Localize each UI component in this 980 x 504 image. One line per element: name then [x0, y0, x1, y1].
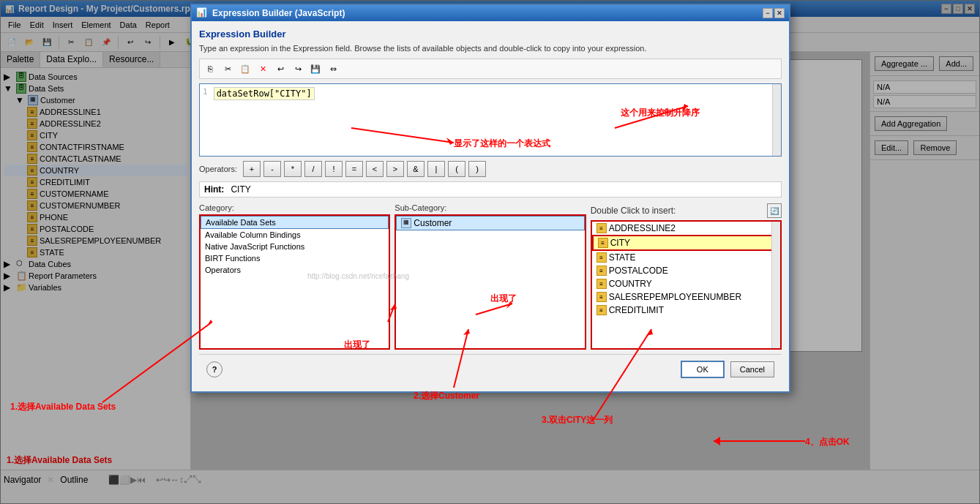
op-not[interactable]: ! — [325, 161, 343, 177]
op-and[interactable]: & — [407, 161, 424, 177]
field-icon: ≡ — [596, 279, 607, 289]
cat-item-column-bindings[interactable]: Available Column Bindings — [201, 229, 389, 241]
field-icon: ≡ — [596, 292, 607, 302]
op-rparen[interactable]: ) — [468, 161, 486, 177]
field-icon: ≡ — [598, 238, 608, 248]
toolbar-save-btn[interactable]: 💾 — [307, 61, 323, 76]
dialog-body: Expression Builder Type an expression in… — [192, 21, 789, 391]
toolbar-wrap-btn[interactable]: ⇔ — [325, 61, 341, 76]
doubleclick-header: Double Click to insert: 🔄 — [591, 203, 782, 218]
category-list: Available Data Sets Available Column Bin… — [199, 214, 390, 350]
op-lparen[interactable]: ( — [448, 161, 465, 177]
doubleclick-column: Double Click to insert: 🔄 ≡ ADDRESSLINE2… — [591, 203, 782, 350]
three-columns: Category: Available Data Sets Available … — [199, 203, 782, 350]
hint-value: CITY — [231, 184, 250, 195]
op-divide[interactable]: / — [304, 161, 322, 177]
cancel-button[interactable]: Cancel — [730, 361, 774, 377]
category-header: Category: — [199, 203, 390, 212]
line-number: 1 — [203, 87, 208, 100]
op-less[interactable]: < — [366, 161, 384, 177]
field-icon: ≡ — [596, 305, 607, 315]
dialog-toolbar: ⎘ ✂ 📋 ✕ ↩ ↪ 💾 ⇔ — [199, 59, 782, 79]
subcategory-header: Sub-Category: — [394, 203, 586, 212]
field-icon: ≡ — [596, 252, 607, 263]
dc-item-city[interactable]: ≡ CITY — [592, 235, 780, 251]
cat-item-birt[interactable]: BIRT Functions — [201, 252, 389, 264]
dc-item-addressline2[interactable]: ≡ ADDRESSLINE2 — [592, 222, 780, 235]
dc-item-creditlimit[interactable]: ≡ CREDITLIMIT — [592, 304, 780, 317]
operators-row: Operators: + - * / ! = < > & | ( ) — [199, 161, 782, 177]
toolbar-delete-btn[interactable]: ✕ — [255, 61, 271, 76]
dialog-close-btn[interactable]: ✕ — [774, 8, 785, 18]
op-or[interactable]: | — [427, 161, 445, 177]
category-column: Category: Available Data Sets Available … — [199, 203, 390, 350]
expression-code[interactable]: dataSetRow["CITY"] — [214, 87, 315, 100]
cat-item-operators[interactable]: Operators — [201, 264, 389, 276]
subcategory-column: Sub-Category: ▦ Customer — [394, 203, 586, 350]
op-plus[interactable]: + — [243, 161, 261, 177]
dialog-icon: 📊 — [196, 7, 208, 19]
toolbar-redo-btn[interactable]: ↪ — [290, 61, 306, 76]
dialog-description: Type an expression in the Expression fie… — [199, 44, 782, 53]
expression-line: 1 dataSetRow["CITY"] — [203, 87, 778, 100]
dc-item-postalcode[interactable]: ≡ POSTALCODE — [592, 264, 780, 277]
field-icon: ≡ — [596, 223, 607, 233]
dc-item-salesrep[interactable]: ≡ SALESREPEMPLOYEENUMBER — [592, 290, 780, 304]
subcategory-list: ▦ Customer — [394, 214, 586, 350]
ok-button[interactable]: OK — [681, 361, 725, 378]
toolbar-paste-btn[interactable]: 📋 — [237, 61, 253, 76]
dialog-title-buttons: − ✕ — [763, 8, 785, 18]
expression-input-area[interactable]: 1 dataSetRow["CITY"] — [199, 83, 782, 157]
dc-item-country[interactable]: ≡ COUNTRY — [592, 277, 780, 290]
toolbar-cut-btn[interactable]: ✂ — [220, 61, 236, 76]
cat-item-native-js[interactable]: Native JavaScript Functions — [201, 241, 389, 252]
expression-builder-dialog: 📊 Expression Builder (JavaScript) − ✕ Ex… — [190, 4, 790, 393]
field-icon: ≡ — [596, 266, 607, 276]
dialog-title-bar: 📊 Expression Builder (JavaScript) − ✕ — [192, 5, 789, 21]
dc-item-state[interactable]: ≡ STATE — [592, 251, 780, 264]
doubleclick-list: ≡ ADDRESSLINE2 ≡ CITY ≡ STATE ≡ POSTALCO… — [591, 220, 782, 350]
help-button[interactable]: ? — [206, 361, 222, 377]
customer-icon: ▦ — [401, 218, 411, 228]
op-greater[interactable]: > — [386, 161, 404, 177]
op-multiply[interactable]: * — [284, 161, 302, 177]
operators-label: Operators: — [199, 165, 237, 173]
list-scrollbar[interactable] — [771, 222, 780, 348]
hint-row: Hint: CITY — [199, 181, 782, 198]
dialog-minimize-btn[interactable]: − — [763, 8, 773, 18]
refresh-icon[interactable]: 🔄 — [767, 203, 782, 218]
dialog-title-text: Expression Builder (JavaScript) — [212, 8, 763, 18]
subcat-item-customer[interactable]: ▦ Customer — [396, 216, 584, 230]
toolbar-copy-btn[interactable]: ⎘ — [202, 61, 218, 76]
op-equals[interactable]: = — [345, 161, 363, 177]
dialog-footer: ? OK Cancel — [199, 354, 782, 384]
op-minus[interactable]: - — [263, 161, 281, 177]
cat-item-available-datasets[interactable]: Available Data Sets — [201, 216, 389, 229]
dialog-heading: Expression Builder — [199, 29, 782, 40]
hint-label: Hint: — [204, 184, 224, 195]
toolbar-undo-btn[interactable]: ↩ — [272, 61, 288, 76]
expr-scrollbar[interactable] — [772, 84, 781, 156]
